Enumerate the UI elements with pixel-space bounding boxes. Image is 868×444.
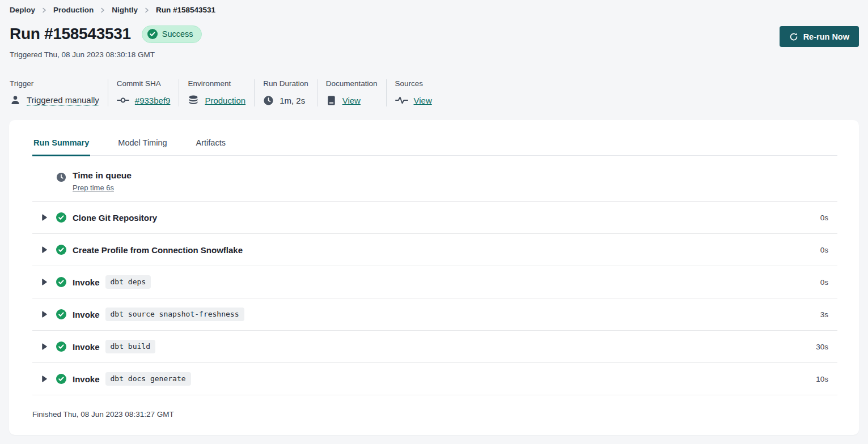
user-icon <box>10 95 21 106</box>
chevron-right-icon <box>41 7 47 13</box>
step-command-chip: dbt docs generate <box>105 372 191 386</box>
tab-artifacts[interactable]: Artifacts <box>195 134 227 155</box>
meta-trigger: Trigger Triggered manually <box>10 79 108 106</box>
trigger-value[interactable]: Triggered manually <box>27 95 99 106</box>
run-meta-strip: Trigger Triggered manually Commit SHA #9… <box>0 79 868 106</box>
environment-link[interactable]: Production <box>205 96 245 105</box>
breadcrumb-production[interactable]: Production <box>53 6 94 14</box>
step-command-chip: dbt source snapshot-freshness <box>105 308 244 321</box>
sources-view-link[interactable]: View <box>414 96 432 105</box>
step-duration: 0s <box>820 246 828 254</box>
prep-time-link[interactable]: Prep time 6s <box>73 183 114 192</box>
step-duration: 0s <box>820 278 828 287</box>
status-badge: Success <box>142 25 202 43</box>
expand-caret-icon[interactable] <box>41 279 48 285</box>
status-badge-label: Success <box>162 29 193 39</box>
clock-icon <box>56 172 66 182</box>
tab-bar: Run Summary Model Timing Artifacts <box>32 134 837 156</box>
step-command-chip: dbt build <box>105 340 155 353</box>
success-check-icon <box>56 374 66 384</box>
documentation-view-link[interactable]: View <box>342 96 361 105</box>
chevron-right-icon <box>100 7 105 13</box>
expand-caret-icon[interactable] <box>41 375 48 382</box>
time-in-queue-title: Time in queue <box>73 170 132 181</box>
expand-caret-icon[interactable] <box>41 246 48 253</box>
refresh-icon <box>789 32 798 41</box>
pulse-icon <box>395 96 408 104</box>
step-command-chip: dbt deps <box>105 275 151 289</box>
meta-label: Run Duration <box>263 79 308 88</box>
meta-label: Sources <box>395 79 432 88</box>
step-label: Invoke <box>73 374 100 384</box>
commit-icon <box>117 97 129 104</box>
step-row-dbt-build[interactable]: Invoke dbt build 30s <box>32 331 837 363</box>
step-label: Create Profile from Connection Snowflake <box>73 245 243 255</box>
step-row-dbt-source-snapshot-freshness[interactable]: Invoke dbt source snapshot-freshness 3s <box>32 298 837 331</box>
step-row-clone-git-repository[interactable]: Clone Git Repository 0s <box>32 202 837 234</box>
tab-run-summary[interactable]: Run Summary <box>32 134 90 156</box>
success-check-icon <box>56 309 66 319</box>
database-icon <box>188 95 199 106</box>
step-label: Invoke <box>73 310 100 319</box>
step-duration: 0s <box>820 214 828 222</box>
expand-caret-icon[interactable] <box>41 343 48 350</box>
chevron-right-icon <box>144 7 150 13</box>
success-check-icon <box>56 212 66 223</box>
meta-label: Documentation <box>326 79 378 88</box>
success-check-icon <box>56 341 66 352</box>
meta-environment: Environment Production <box>179 79 254 106</box>
step-label: Invoke <box>73 342 100 352</box>
breadcrumb: Deploy Production Nightly Run #158543531 <box>10 6 859 14</box>
step-duration: 3s <box>820 310 828 319</box>
expand-caret-icon[interactable] <box>41 311 48 318</box>
meta-documentation: Documentation View <box>317 79 386 106</box>
breadcrumb-nightly[interactable]: Nightly <box>112 6 138 14</box>
meta-commit-sha: Commit SHA #933bef9 <box>108 79 179 106</box>
commit-sha-link[interactable]: #933bef9 <box>135 96 171 105</box>
tab-model-timing[interactable]: Model Timing <box>117 134 168 155</box>
step-row-create-profile[interactable]: Create Profile from Connection Snowflake… <box>32 234 837 266</box>
success-check-icon <box>56 245 66 255</box>
step-label: Clone Git Repository <box>73 213 157 223</box>
time-in-queue-section: Time in queue Prep time 6s <box>32 156 837 202</box>
meta-label: Environment <box>188 79 245 88</box>
finished-timestamp: Finished Thu, 08 Jun 2023 08:31:27 GMT <box>32 395 837 419</box>
meta-run-duration: Run Duration 1m, 2s <box>254 79 317 106</box>
success-check-icon <box>56 277 66 287</box>
clock-icon <box>263 95 274 106</box>
book-icon <box>326 95 337 106</box>
rerun-now-button[interactable]: Re-run Now <box>780 26 859 47</box>
breadcrumb-current-run: Run #158543531 <box>156 6 215 14</box>
expand-caret-icon[interactable] <box>41 214 48 221</box>
step-row-dbt-docs-generate[interactable]: Invoke dbt docs generate 10s <box>32 363 837 395</box>
step-duration: 10s <box>816 375 828 383</box>
meta-label: Commit SHA <box>117 79 171 88</box>
meta-label: Trigger <box>10 79 99 88</box>
step-label: Invoke <box>73 278 100 287</box>
rerun-now-label: Re-run Now <box>803 32 849 41</box>
step-duration: 30s <box>816 343 828 351</box>
run-summary-card: Run Summary Model Timing Artifacts Time … <box>9 120 859 435</box>
breadcrumb-deploy[interactable]: Deploy <box>10 6 35 14</box>
meta-sources: Sources View <box>386 79 441 106</box>
step-row-dbt-deps[interactable]: Invoke dbt deps 0s <box>32 266 837 298</box>
run-duration-value: 1m, 2s <box>280 96 305 105</box>
page-header: Deploy Production Nightly Run #158543531… <box>0 0 868 59</box>
triggered-timestamp: Triggered Thu, 08 Jun 2023 08:30:18 GMT <box>10 50 859 59</box>
page-title: Run #158543531 <box>10 25 131 43</box>
success-check-icon <box>147 29 158 39</box>
